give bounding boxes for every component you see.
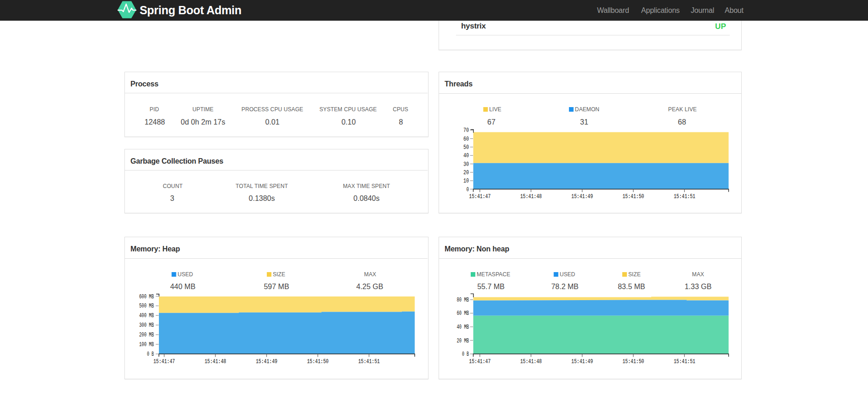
svg-text:15:41:47: 15:41:47 [469, 193, 490, 200]
svg-text:15:41:50: 15:41:50 [623, 193, 644, 200]
svg-text:15:41:50: 15:41:50 [623, 358, 644, 365]
svg-text:20: 20 [463, 169, 469, 176]
svg-text:15:41:48: 15:41:48 [520, 193, 542, 200]
svg-text:40 MB: 40 MB [457, 324, 469, 330]
svg-text:0 B: 0 B [147, 351, 154, 358]
svg-text:15:41:51: 15:41:51 [674, 358, 695, 365]
svg-text:70: 70 [463, 127, 469, 134]
svg-text:15:41:49: 15:41:49 [571, 193, 593, 200]
svg-text:40: 40 [463, 152, 469, 159]
svg-text:80 MB: 80 MB [457, 296, 469, 303]
svg-text:0: 0 [467, 186, 469, 193]
svg-text:15:41:48: 15:41:48 [205, 358, 226, 365]
svg-text:15:41:48: 15:41:48 [520, 358, 542, 365]
svg-text:600 MB: 600 MB [139, 293, 154, 300]
svg-text:100 MB: 100 MB [139, 341, 154, 348]
svg-text:15:41:47: 15:41:47 [469, 358, 490, 365]
svg-text:60: 60 [463, 136, 469, 142]
svg-text:15:41:51: 15:41:51 [674, 193, 695, 200]
svg-text:0 B: 0 B [462, 351, 469, 358]
svg-text:10: 10 [463, 177, 469, 184]
svg-text:15:41:49: 15:41:49 [256, 358, 277, 365]
svg-text:15:41:47: 15:41:47 [153, 358, 175, 365]
svg-text:15:41:50: 15:41:50 [307, 358, 329, 365]
svg-text:500 MB: 500 MB [139, 302, 154, 309]
svg-text:60 MB: 60 MB [457, 310, 469, 317]
svg-text:200 MB: 200 MB [139, 331, 154, 338]
svg-text:50: 50 [463, 144, 469, 151]
svg-text:300 MB: 300 MB [139, 322, 154, 329]
svg-text:400 MB: 400 MB [139, 312, 154, 319]
svg-text:20 MB: 20 MB [457, 337, 469, 344]
svg-text:15:41:49: 15:41:49 [571, 358, 593, 365]
svg-text:30: 30 [463, 161, 469, 168]
svg-text:15:41:51: 15:41:51 [358, 358, 380, 365]
